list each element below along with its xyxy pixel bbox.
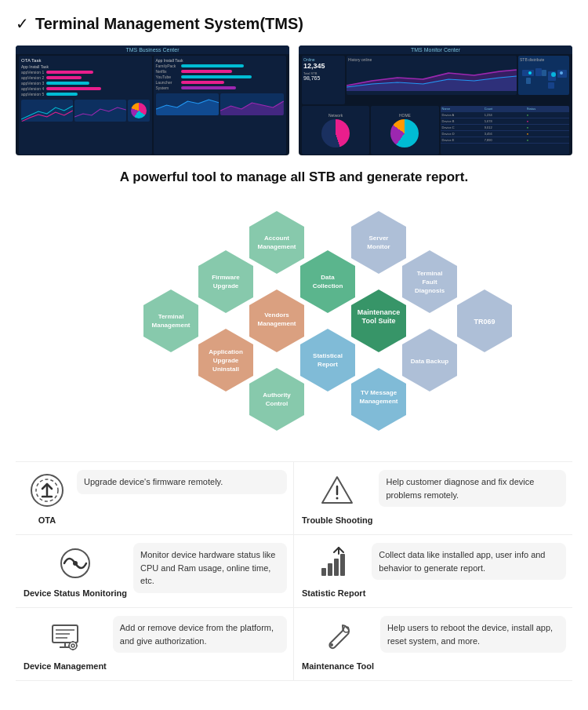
device-mgmt-desc: Add or remove device from the platform, … (113, 616, 287, 653)
svg-rect-6 (542, 70, 546, 76)
device-management-icon (48, 619, 82, 654)
svg-point-12 (551, 72, 556, 77)
device-status-icon (58, 546, 93, 581)
svg-text:Management: Management (258, 243, 296, 250)
feature-statistic-report: Statistic Report Collect data like insta… (294, 535, 572, 608)
svg-text:Diagnosis: Diagnosis (415, 287, 445, 294)
svg-marker-17 (351, 211, 406, 274)
maintenance-tool-icon (321, 619, 355, 654)
feature-maintenance-tool: Maintenance Tool Help users to reboot th… (294, 608, 572, 681)
hex-diagram: Account Management Server Monitor Firmwa… (16, 199, 572, 442)
check-icon: ✓ (16, 14, 29, 33)
svg-text:Tool Suite: Tool Suite (362, 317, 396, 325)
svg-marker-45 (300, 329, 355, 391)
device-mgmt-icon-box (45, 616, 85, 657)
svg-text:TR069: TR069 (474, 318, 495, 326)
feature-device-status: Device Status Monitoring Monitor device … (16, 535, 294, 608)
svg-text:Account: Account (264, 235, 289, 242)
screenshot-monitor-center: TMS Monitor Center Online 12,345 Total S… (299, 46, 572, 155)
report-left: Statistic Report (302, 543, 365, 599)
svg-text:Data Backup: Data Backup (411, 358, 449, 365)
svg-point-63 (73, 561, 78, 566)
svg-text:Management: Management (152, 322, 191, 329)
svg-text:Upgrade: Upgrade (213, 357, 239, 364)
svg-rect-9 (526, 78, 531, 84)
svg-rect-10 (548, 82, 554, 89)
svg-text:Control: Control (266, 400, 288, 407)
svg-text:Firmware: Firmware (212, 274, 240, 281)
page-title: Terminal Management System(TMS) (35, 15, 303, 33)
maintenance-icon-box (318, 616, 358, 657)
svg-text:Upgrade: Upgrade (213, 282, 239, 289)
svg-rect-66 (334, 559, 339, 576)
svg-point-13 (560, 71, 563, 75)
svg-text:Terminal: Terminal (417, 270, 443, 277)
svg-text:Server: Server (369, 235, 389, 242)
feature-ota: OTA Upgrade device's firmware remotely. (16, 462, 294, 535)
svg-text:Statistical: Statistical (313, 352, 343, 359)
ota-icon-box (27, 470, 67, 511)
svg-marker-1 (220, 101, 284, 115)
status-desc: Monitor device hardware status like CPU … (133, 543, 287, 593)
feature-trouble-shooting: Trouble Shooting Help customer diagnose … (294, 462, 572, 535)
ota-icon (30, 473, 64, 508)
svg-text:Application: Application (209, 348, 243, 355)
trouble-icon-box (317, 470, 358, 511)
maintenance-name: Maintenance Tool (302, 661, 374, 671)
trouble-left: Trouble Shooting (302, 470, 372, 526)
svg-text:Fault: Fault (422, 279, 437, 286)
trouble-icon (320, 473, 354, 508)
subtitle: A powerful tool to manage all STB and ge… (16, 169, 572, 185)
svg-text:Management: Management (360, 398, 398, 405)
svg-text:Collection: Collection (313, 282, 343, 289)
features-grid: OTA Upgrade device's firmware remotely. … (16, 461, 572, 681)
screenshot-business-center: TMS Business Center OTA Task App Install… (16, 46, 289, 155)
svg-marker-14 (249, 211, 304, 274)
status-icon-box (55, 543, 96, 584)
svg-text:Data: Data (321, 274, 335, 281)
svg-point-75 (69, 642, 77, 650)
svg-text:Management: Management (258, 320, 296, 327)
trouble-desc: Help customer diagnose and fix device pr… (379, 470, 566, 507)
ota-left: OTA (24, 470, 71, 526)
svg-text:Terminal: Terminal (158, 313, 184, 320)
report-icon-box (314, 543, 354, 584)
maintenance-desc: Help users to reboot the device, install… (380, 616, 566, 653)
svg-point-11 (528, 71, 532, 75)
svg-text:Report: Report (318, 361, 338, 368)
svg-marker-20 (198, 250, 253, 313)
svg-text:Maintenance: Maintenance (358, 308, 401, 316)
device-mgmt-name: Device Management (24, 661, 107, 671)
ss2-title: TMS Monitor Center (299, 46, 572, 54)
svg-rect-64 (321, 568, 326, 576)
svg-text:TV Message: TV Message (361, 389, 397, 396)
svg-text:Vendors: Vendors (264, 311, 289, 319)
status-left: Device Status Monitoring (24, 543, 127, 599)
svg-marker-50 (249, 368, 304, 431)
feature-device-mgmt: Device Management Add or remove device f… (16, 608, 294, 681)
trouble-name: Trouble Shooting (302, 515, 372, 525)
ota-desc: Upgrade device's firmware remotely. (77, 470, 287, 494)
report-desc: Collect data like installed app, user in… (372, 543, 566, 580)
svg-rect-67 (340, 554, 345, 576)
svg-text:Authority: Authority (263, 391, 291, 399)
svg-text:Monitor: Monitor (367, 243, 390, 250)
report-name: Statistic Report (302, 588, 365, 598)
svg-marker-30 (143, 289, 198, 352)
svg-marker-0 (156, 100, 220, 115)
screenshots-row: TMS Business Center OTA Task App Install… (16, 46, 572, 155)
svg-rect-5 (535, 68, 542, 76)
status-name: Device Status Monitoring (24, 588, 127, 598)
statistic-report-icon (317, 546, 351, 581)
svg-point-81 (330, 643, 333, 646)
svg-text:Uninstall: Uninstall (212, 366, 239, 373)
maintenance-left: Maintenance Tool (302, 616, 374, 672)
header: ✓ Terminal Management System(TMS) (16, 14, 572, 33)
device-mgmt-left: Device Management (24, 616, 107, 672)
ota-name: OTA (38, 515, 56, 525)
ss1-title: TMS Business Center (16, 46, 289, 54)
svg-point-61 (336, 497, 339, 500)
svg-marker-23 (300, 250, 355, 313)
svg-rect-65 (328, 563, 332, 576)
svg-rect-4 (522, 70, 534, 76)
